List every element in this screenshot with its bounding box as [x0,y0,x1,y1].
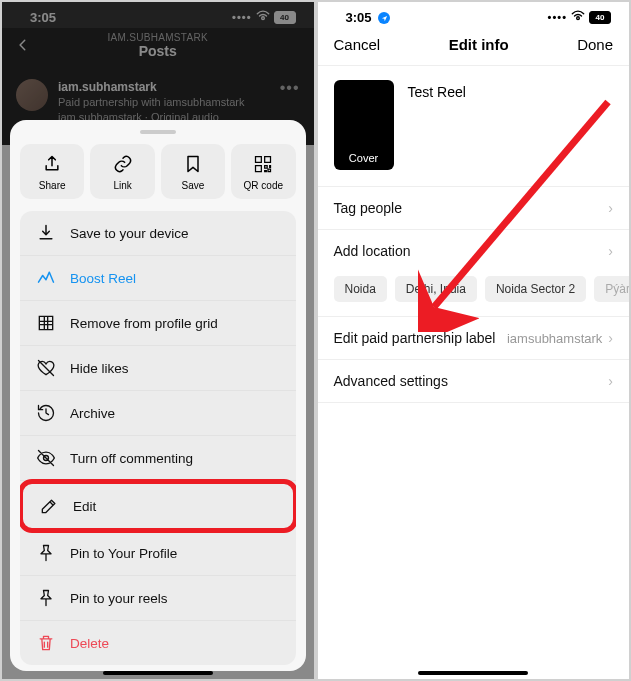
edit-nav-bar: Cancel Edit info Done [318,28,630,65]
edit-icon [39,496,59,516]
menu-delete[interactable]: Delete [20,621,296,665]
menu-pin-reels[interactable]: Pin to your reels [20,576,296,621]
trash-icon [36,633,56,653]
status-time-group: 3:05 [346,10,391,25]
menu-remove-grid[interactable]: Remove from profile grid [20,301,296,346]
qr-label: QR code [244,180,283,191]
status-time: 3:05 [346,10,372,25]
menu-pin-profile[interactable]: Pin to Your Profile [20,531,296,576]
menu-list: Save to your device Boost Reel Remove fr… [20,211,296,665]
row-tag-people[interactable]: Tag people › [318,187,630,229]
chip-location[interactable]: Delhi, India [395,276,477,302]
row-add-location[interactable]: Add location › [318,230,630,272]
qr-icon [253,154,273,174]
reel-block: Cover Test Reel [318,66,630,186]
row-label: Add location [334,243,411,259]
hide-icon [36,448,56,468]
row-label: Tag people [334,200,403,216]
pin-icon [36,543,56,563]
action-row: Share Link Save QR code [10,144,306,211]
location-chips: Noida Delhi, India Noida Sector 2 Pýàr T… [318,272,630,316]
link-button[interactable]: Link [90,144,154,199]
wifi-icon [571,10,585,24]
share-button[interactable]: Share [20,144,84,199]
battery-icon: 40 [589,11,611,24]
share-label: Share [39,180,66,191]
save-label: Save [182,180,205,191]
phone-left-screen: 3:05 40 IAM.SUBHAMSTARK Posts iam.subham… [2,2,314,679]
menu-save-device[interactable]: Save to your device [20,211,296,256]
home-indicator[interactable] [103,671,213,675]
menu-boost-reel[interactable]: Boost Reel [20,256,296,301]
row-advanced-settings[interactable]: Advanced settings › [318,360,630,402]
row-edit-partnership[interactable]: Edit paid partnership label iamsubhamsta… [318,317,630,359]
hide-likes-icon [36,358,56,378]
phone-right-screen: 3:05 40 Cancel Edit info Done Cover [318,2,630,679]
chevron-right-icon: › [608,373,613,389]
chevron-right-icon: › [608,200,613,216]
archive-icon [36,403,56,423]
cover-thumbnail[interactable]: Cover [334,80,394,170]
done-button[interactable]: Done [577,36,613,53]
chip-location[interactable]: Pýàr Tø hûm 8h [594,276,629,302]
save-icon [183,154,203,174]
chip-location[interactable]: Noida [334,276,387,302]
pin-icon [36,588,56,608]
cancel-button[interactable]: Cancel [334,36,381,53]
link-label: Link [113,180,131,191]
grid-icon [36,313,56,333]
download-icon [36,223,56,243]
save-button[interactable]: Save [161,144,225,199]
row-value: iamsubhamstark [507,331,602,346]
menu-edit[interactable]: Edit [23,484,293,528]
bottom-sheet: Share Link Save QR code Save [10,120,306,671]
chip-location[interactable]: Noida Sector 2 [485,276,586,302]
status-icons: 40 [548,10,611,24]
qr-button[interactable]: QR code [231,144,295,199]
signal-icon [548,11,567,23]
boost-icon [36,268,56,288]
cover-label: Cover [349,152,378,164]
menu-hide-likes[interactable]: Hide likes [20,346,296,391]
link-icon [113,154,133,174]
home-indicator[interactable] [418,671,528,675]
highlight-annotation: Edit [20,479,296,533]
sheet-handle[interactable] [140,130,176,134]
menu-archive[interactable]: Archive [20,391,296,436]
chevron-right-icon: › [608,330,613,346]
divider [318,402,630,403]
row-label: Edit paid partnership label [334,330,496,346]
status-bar: 3:05 40 [318,2,630,28]
location-services-icon [378,12,390,24]
caption-field[interactable]: Test Reel [408,80,466,100]
page-title: Edit info [449,36,509,53]
menu-turn-off-commenting[interactable]: Turn off commenting [20,436,296,481]
share-icon [42,154,62,174]
chevron-right-icon: › [608,243,613,259]
row-label: Advanced settings [334,373,448,389]
